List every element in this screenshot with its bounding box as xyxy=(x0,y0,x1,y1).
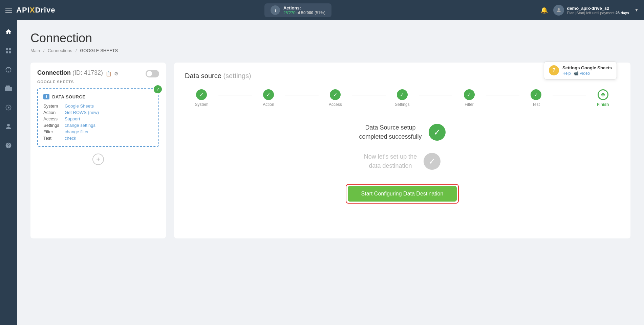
next-text: Now let's set up thedata destination xyxy=(364,152,417,170)
page-title: Connection xyxy=(30,31,630,45)
avatar xyxy=(553,5,564,16)
breadcrumb-current: GOOGLE SHEETS xyxy=(80,48,118,53)
sidebar-item-home[interactable] xyxy=(2,26,15,38)
svg-rect-1 xyxy=(6,48,8,50)
step-line xyxy=(218,95,252,95)
actions-sub: 25'270 of 50'000 (51%) xyxy=(283,10,325,15)
step-line xyxy=(352,95,386,95)
help-content: Settings Google Sheets Help 📹 Video xyxy=(562,65,612,76)
success-text: Data Source setupcompleted successfully xyxy=(359,123,422,141)
help-question-icon: ? xyxy=(549,65,559,75)
svg-rect-2 xyxy=(9,48,11,50)
sidebar-item-video[interactable] xyxy=(2,101,15,114)
svg-point-0 xyxy=(558,8,560,10)
breadcrumb-main[interactable]: Main xyxy=(30,48,40,53)
user-name: demo_apix-drive_s2 xyxy=(567,6,629,11)
step-label-access: Access xyxy=(329,102,342,107)
step-test: ✓Test xyxy=(519,89,553,107)
success-check-green: ✓ xyxy=(429,124,446,141)
step-finish: Finish xyxy=(586,89,620,107)
card-number: 1 xyxy=(43,94,49,99)
actions-text: Actions: 25'270 of 50'000 (51%) xyxy=(283,5,325,15)
card-row-value[interactable]: check xyxy=(65,136,153,141)
step-system: ✓System xyxy=(185,89,218,107)
card-row-key: Test xyxy=(43,136,59,141)
success-row-2: Now let's set up thedata destination ✓ xyxy=(364,152,441,170)
step-label-finish: Finish xyxy=(597,102,609,107)
hamburger-menu[interactable] xyxy=(5,8,12,13)
nav-left: APIXDrive xyxy=(5,6,55,15)
start-configuring-button[interactable]: Start Configuring Data Destination xyxy=(348,186,457,202)
step-line xyxy=(419,95,452,95)
step-label-action: Action xyxy=(263,102,274,107)
panels: Connection (ID: 41732) 📋 ⚙ GOOGLE SHEETS… xyxy=(30,63,630,238)
panel-id: (ID: 41732) xyxy=(72,69,103,76)
toggle-switch[interactable] xyxy=(146,70,159,77)
main-layout: ? Settings Google Sheets Help 📹 Video Co… xyxy=(0,20,644,325)
card-row-key: Settings xyxy=(43,123,59,128)
chevron-down-icon: ▼ xyxy=(635,8,639,13)
step-filter: ✓Filter xyxy=(452,89,486,107)
stepper: ✓System✓Action✓Access✓Settings✓Filter✓Te… xyxy=(185,89,620,107)
success-check-gray: ✓ xyxy=(424,153,441,170)
add-button-area: + xyxy=(37,154,159,165)
video-icon: 📹 xyxy=(574,71,579,76)
logo: APIXDrive xyxy=(16,6,55,15)
nav-right: 🔔 demo_apix-drive_s2 Plan |Start| left u… xyxy=(540,5,639,16)
copy-icon[interactable]: 📋 xyxy=(106,71,111,76)
card-header: 1 DATA SOURCE xyxy=(43,94,153,99)
success-row-1: Data Source setupcompleted successfully … xyxy=(359,123,445,141)
breadcrumb: Main / Connections / GOOGLE SHEETS xyxy=(30,48,630,53)
cta-wrapper: Start Configuring Data Destination xyxy=(346,184,459,204)
gear-icon[interactable]: ⚙ xyxy=(114,71,119,76)
step-circle-settings: ✓ xyxy=(397,89,408,100)
sidebar-item-billing[interactable] xyxy=(2,64,15,76)
left-panel: Connection (ID: 41732) 📋 ⚙ GOOGLE SHEETS… xyxy=(30,63,166,238)
content-wrapper: ? Settings Google Sheets Help 📹 Video Co… xyxy=(30,31,630,238)
card-row-value[interactable]: change settings xyxy=(65,123,153,128)
sidebar-item-help[interactable] xyxy=(2,139,15,152)
card-row-value[interactable]: change filter xyxy=(65,129,153,134)
card-row-value[interactable]: Get ROWS (new) xyxy=(65,110,153,115)
step-line xyxy=(553,95,586,95)
right-panel: Data source (settings) ✓System✓Action✓Ac… xyxy=(174,63,630,238)
step-circle-access: ✓ xyxy=(330,89,341,100)
breadcrumb-sep2: / xyxy=(76,48,78,53)
help-link[interactable]: Help xyxy=(562,71,571,76)
card-row-key: System xyxy=(43,103,59,109)
actions-used: 25'270 xyxy=(283,10,296,15)
success-area: Data Source setupcompleted successfully … xyxy=(185,123,620,204)
svg-rect-3 xyxy=(6,51,8,53)
card-row-key: Access xyxy=(43,116,59,121)
step-circle-action: ✓ xyxy=(263,89,274,100)
add-source-button[interactable]: + xyxy=(92,154,104,165)
breadcrumb-sep1: / xyxy=(43,48,46,53)
step-label-test: Test xyxy=(532,102,540,107)
actions-label: Actions: xyxy=(283,5,325,10)
nav-center: i Actions: 25'270 of 50'000 (51%) xyxy=(55,3,540,17)
step-circle-filter: ✓ xyxy=(464,89,475,100)
step-circle-test: ✓ xyxy=(531,89,541,100)
video-link[interactable]: 📹 Video xyxy=(574,71,590,76)
user-area[interactable]: demo_apix-drive_s2 Plan |Start| left unt… xyxy=(553,5,639,16)
breadcrumb-connections[interactable]: Connections xyxy=(48,48,72,53)
logo-x: X xyxy=(30,6,35,15)
help-tooltip: ? Settings Google Sheets Help 📹 Video xyxy=(544,62,617,79)
card-row-value[interactable]: Support xyxy=(65,116,153,121)
actions-of: of xyxy=(297,10,301,15)
actions-total: 50'000 xyxy=(301,10,313,15)
data-source-card: ✓ 1 DATA SOURCE SystemGoogle SheetsActio… xyxy=(37,88,159,147)
step-circle-system: ✓ xyxy=(196,89,207,100)
actions-box: i Actions: 25'270 of 50'000 (51%) xyxy=(264,3,331,17)
sidebar-item-apps[interactable] xyxy=(2,83,15,95)
card-row-value[interactable]: Google Sheets xyxy=(65,103,153,109)
sidebar-item-user[interactable] xyxy=(2,120,15,133)
step-access: ✓Access xyxy=(319,89,352,107)
user-plan: Plan |Start| left until payment 28 days xyxy=(567,11,629,15)
card-check-icon: ✓ xyxy=(154,85,162,93)
top-navigation: APIXDrive i Actions: 25'270 of 50'000 (5… xyxy=(0,0,644,20)
bell-icon[interactable]: 🔔 xyxy=(540,6,548,14)
sidebar-item-flows[interactable] xyxy=(2,45,15,57)
svg-point-6 xyxy=(602,94,604,95)
step-label-system: System xyxy=(195,102,208,107)
